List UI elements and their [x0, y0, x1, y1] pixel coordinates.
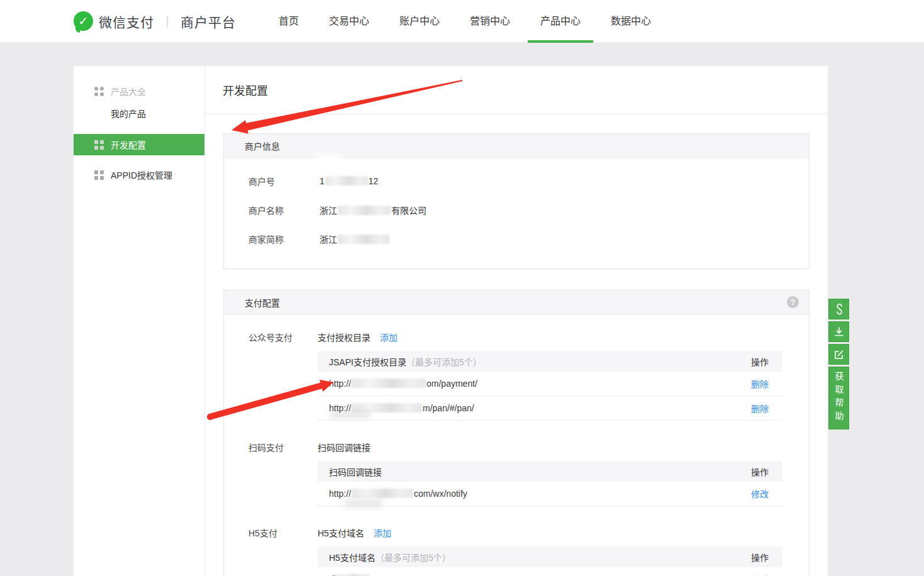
sidebar-item-label: APPID授权管理 — [111, 169, 172, 181]
edit-icon — [833, 349, 845, 360]
get-help-label: 获取帮助 — [833, 372, 845, 424]
url-value: http://com/wx/notify — [329, 489, 467, 499]
native-callback-table: 扫码回调链接 操作 http://com/wx/notify 修改 — [318, 461, 782, 506]
payment-config-title: 支付配置 — [245, 296, 280, 309]
table-header-hint: （最多可添加5个） — [406, 355, 482, 368]
get-help-button[interactable]: 获取帮助 — [828, 367, 849, 429]
brand-name: 微信支付 — [99, 12, 154, 31]
payment-config-body: 公众号支付 支付授权目录 添加 JSAPI支付授权目录（最多可添加5个） 操作 … — [224, 314, 809, 576]
merchant-name-row: 商户名称 浙江有限公司 — [248, 196, 809, 224]
help-icon[interactable]: ? — [787, 296, 799, 308]
nav-item-product-center[interactable]: 产品中心 — [528, 0, 593, 43]
h5-domain-label: H5支付域名 — [318, 526, 364, 539]
table-row: http://om/payment/ 删除 — [318, 372, 782, 396]
merchant-name-label: 商户名称 — [248, 204, 320, 216]
table-row: http://com/wx/notify 修改 — [318, 482, 782, 506]
action-column-header: 操作 — [751, 355, 769, 368]
redacted-text — [325, 176, 368, 186]
sidebar-item-label: 产品大全 — [111, 85, 146, 97]
floating-toolbar: 获取帮助 — [828, 299, 849, 431]
nav-item-home[interactable]: 首页 — [266, 0, 311, 43]
h5-pay-label: H5支付 — [248, 526, 318, 539]
sidebar-item-product-catalog[interactable]: 产品大全 — [74, 80, 204, 102]
brand-product: 商户平台 — [181, 12, 236, 31]
table-row: http://m/pan/#/pan/ 删除 — [318, 396, 782, 421]
link-button[interactable] — [828, 299, 849, 319]
merchant-shortname-label: 商家简称 — [248, 233, 320, 245]
h5-pay-group: H5支付 H5支付域名 添加 H5支付域名（最多可添加5个） 操作 di.com — [248, 525, 782, 576]
merchant-info-header: 商户信息 — [224, 134, 809, 158]
table-header-row: JSAPI支付授权目录（最多可添加5个） 操作 — [318, 351, 782, 372]
merchant-info-body: 商户号 112 商户名称 浙江有限公司 商家简称 浙江 — [224, 158, 809, 269]
add-h5-domain-link[interactable]: 添加 — [374, 526, 391, 539]
jsapi-pay-group: 公众号支付 支付授权目录 添加 JSAPI支付授权目录（最多可添加5个） 操作 … — [248, 330, 782, 421]
redacted-text — [338, 235, 389, 244]
nav-item-trade-center[interactable]: 交易中心 — [316, 0, 382, 43]
table-header-label: H5支付域名 — [329, 551, 376, 563]
sidebar-item-label: 我的产品 — [111, 107, 146, 119]
native-group-line: 扫码支付 扫码回调链接 — [248, 440, 782, 455]
url-value: http://om/payment/ — [329, 379, 477, 389]
sidebar-item-appid-auth[interactable]: APPID授权管理 — [74, 164, 204, 186]
redacted-text — [352, 403, 422, 413]
sidebar-item-my-products[interactable]: 我的产品 — [74, 102, 204, 124]
table-header-row: H5支付域名（最多可添加5个） 操作 — [318, 546, 782, 567]
table-row: di.com 删除 — [318, 567, 782, 576]
top-nav: 首页 交易中心 账户中心 营销中心 产品中心 数据中心 — [266, 0, 664, 43]
modify-link[interactable]: 修改 — [751, 487, 769, 500]
delete-link[interactable]: 删除 — [751, 377, 769, 390]
native-pay-label: 扫码支付 — [248, 441, 318, 453]
download-icon — [833, 326, 845, 338]
url-value: http://m/pan/#/pan/ — [329, 403, 474, 413]
nav-item-account-center[interactable]: 账户中心 — [387, 0, 452, 43]
callback-url-label: 扫码回调链接 — [318, 441, 370, 453]
h5-group-line: H5支付 H5支付域名 添加 — [248, 525, 782, 540]
nav-item-marketing-center[interactable]: 营销中心 — [457, 0, 523, 43]
merchant-id-value: 112 — [320, 176, 378, 186]
native-pay-group: 扫码支付 扫码回调链接 扫码回调链接 操作 http://com/wx/noti… — [248, 440, 782, 506]
table-header-label: 扫码回调链接 — [329, 465, 382, 478]
sidebar: 产品大全 我的产品 开发配置 APPID授权管理 — [74, 66, 205, 576]
wechat-pay-logo-icon: ✓ — [74, 11, 93, 31]
jsapi-group-line: 公众号支付 支付授权目录 添加 — [248, 330, 782, 345]
table-header-row: 扫码回调链接 操作 — [318, 461, 782, 482]
grid-icon — [94, 170, 104, 180]
redacted-text — [338, 206, 391, 215]
merchant-id-label: 商户号 — [248, 175, 320, 187]
grid-icon — [94, 140, 104, 150]
sidebar-item-dev-config[interactable]: 开发配置 — [74, 134, 204, 155]
jsapi-auth-dir-table: JSAPI支付授权目录（最多可添加5个） 操作 http://om/paymen… — [318, 351, 782, 421]
top-header: ✓ 微信支付 丨 商户平台 首页 交易中心 账户中心 营销中心 产品中心 数据中… — [0, 0, 924, 43]
table-header-label: JSAPI支付授权目录 — [329, 355, 406, 368]
action-column-header: 操作 — [751, 465, 769, 478]
merchant-id-row: 商户号 112 — [248, 167, 809, 196]
brand[interactable]: ✓ 微信支付 丨 商户平台 — [0, 0, 236, 42]
content-layout: 产品大全 我的产品 开发配置 APPID授权管理 开发配置 商户信息 商户号 1… — [74, 66, 828, 576]
brand-separator: 丨 — [161, 12, 174, 30]
delete-link[interactable]: 删除 — [751, 573, 769, 576]
add-auth-dir-link[interactable]: 添加 — [380, 331, 398, 343]
merchant-name-value: 浙江有限公司 — [320, 204, 426, 216]
h5-domain-table: H5支付域名（最多可添加5个） 操作 di.com 删除 — [318, 546, 782, 576]
merchant-shortname-value: 浙江 — [320, 233, 390, 245]
main-header: 开发配置 — [205, 66, 828, 114]
auth-dir-label: 支付授权目录 — [318, 331, 370, 343]
delete-link[interactable]: 删除 — [751, 402, 769, 414]
grid-dots-icon — [94, 87, 104, 96]
merchant-shortname-row: 商家简称 浙江 — [248, 224, 809, 253]
page-title: 开发配置 — [223, 82, 268, 98]
redacted-text — [352, 489, 413, 498]
nav-item-data-center[interactable]: 数据中心 — [598, 0, 664, 43]
sidebar-item-label: 开发配置 — [111, 138, 146, 151]
payment-config-section: 支付配置 ? 公众号支付 支付授权目录 添加 JSAPI支付授权目录（最多可添加… — [223, 290, 810, 576]
merchant-info-title: 商户信息 — [245, 140, 280, 152]
link-icon — [833, 303, 845, 316]
download-button[interactable] — [828, 321, 849, 342]
jsapi-pay-label: 公众号支付 — [248, 331, 318, 343]
merchant-info-section: 商户信息 商户号 112 商户名称 浙江有限公司 商家简称 浙江 — [223, 133, 810, 269]
feedback-button[interactable] — [828, 344, 849, 365]
table-header-hint: （最多可添加5个） — [376, 551, 451, 563]
main-panel: 开发配置 商户信息 商户号 112 商户名称 浙江有限公司 商家简称 浙江 — [205, 66, 828, 576]
redacted-text — [352, 379, 426, 388]
action-column-header: 操作 — [751, 551, 769, 563]
